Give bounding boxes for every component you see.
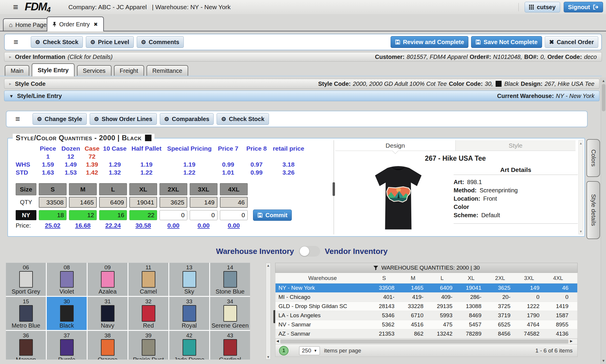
color-swatch-cell[interactable]: 11 Camel	[128, 263, 168, 296]
commit-button[interactable]: Commit	[253, 210, 292, 221]
chevron-down-icon: ▼	[314, 349, 317, 353]
close-tab-icon[interactable]: ✖	[94, 21, 98, 28]
order-qty-input[interactable]	[190, 210, 217, 220]
warehouse-row[interactable]: NV - Sanmar 5362 4516 475 5457 6525 4764…	[275, 320, 577, 329]
color-swatch-cell[interactable]: 31 Navy	[88, 297, 128, 330]
available-qty-field[interactable]	[220, 197, 248, 208]
color-swatch-cell[interactable]: 08 Violet	[47, 263, 87, 296]
color-swatch-cell[interactable]: 43 Cardinal	[210, 331, 250, 360]
scroll-down-icon[interactable]: ▼	[266, 355, 270, 359]
color-swatch-cell[interactable]: 36 Maroon	[6, 331, 46, 360]
color-swatch-cell[interactable]: 13 Sky	[169, 263, 209, 296]
design-panel-scrollbar[interactable]: ▲ ▼	[578, 140, 583, 234]
comparables-button[interactable]: ⚙Comparables	[160, 113, 214, 125]
show-order-lines-button[interactable]: ⚙Show Order Lines	[90, 113, 157, 125]
line-price-link[interactable]: 22.24	[105, 222, 121, 229]
color-swatch-cell[interactable]: 15 Metro Blue	[6, 297, 46, 330]
pane-resize-handle[interactable]	[333, 182, 335, 196]
review-and-complete-button[interactable]: Review and Complete	[391, 36, 469, 48]
warehouse-row[interactable]: AZ - Sanmar 21353 862 13242 78289 8456 7…	[275, 329, 577, 339]
page-size-select[interactable]: 250 ▼	[299, 346, 320, 355]
tab-home-page[interactable]: ⌂ Home Page	[3, 18, 52, 31]
color-chip	[101, 271, 115, 288]
toolbar-menu-icon[interactable]: ≡	[14, 38, 18, 47]
scroll-up-icon[interactable]: ▲	[579, 141, 583, 145]
line-price-link[interactable]: 0.00	[198, 222, 210, 229]
color-swatch-cell[interactable]: 39 Prairie Dust	[128, 331, 168, 360]
check-stock-button[interactable]: ⚙Check Stock	[31, 36, 83, 48]
color-swatch-cell[interactable]: 33 Royal	[169, 297, 209, 330]
price-level-button[interactable]: ⚙Price Level	[86, 36, 134, 48]
user-button[interactable]: cutsey	[525, 2, 560, 12]
size-column-header: 3XL	[190, 183, 217, 195]
available-qty-field[interactable]	[190, 197, 217, 208]
color-grid-scrollbar[interactable]: ▲ ▼	[266, 263, 271, 360]
line-price-link[interactable]: 30.58	[136, 222, 151, 229]
toggle-knob[interactable]	[300, 247, 309, 256]
entry-tab[interactable]: Remittance	[146, 65, 188, 76]
color-swatch-cell[interactable]: 37 Purple	[47, 331, 87, 360]
order-qty-input[interactable]	[159, 210, 187, 220]
color-swatch-cell[interactable]: 06 Sport Grey	[6, 263, 46, 296]
warehouse-row[interactable]: NY - New York 33508 1465 6409 19041 3625…	[275, 284, 577, 293]
scroll-right-icon[interactable]: ▶	[570, 339, 573, 343]
entry-tab[interactable]: Services	[77, 65, 112, 76]
menu-icon[interactable]: ≡	[13, 3, 18, 12]
size-column-header: L	[99, 183, 127, 195]
color-swatch-cell[interactable]: 38 Orange	[88, 331, 128, 360]
entry-tab[interactable]: Style Entry	[32, 63, 74, 76]
signout-button[interactable]: Signout	[564, 2, 603, 12]
order-qty-input[interactable]	[220, 210, 248, 220]
order-qty-input[interactable]	[129, 210, 157, 220]
scrollbar-thumb[interactable]	[602, 84, 605, 111]
page-scrollbar[interactable]: ▲ ▼	[601, 78, 606, 364]
available-qty-field[interactable]	[99, 197, 127, 208]
scrollbar-thumb[interactable]	[280, 339, 568, 344]
save-not-complete-button[interactable]: Save Not Complete	[471, 36, 542, 48]
color-swatch-cell[interactable]: 14 Stone Blue	[210, 263, 250, 296]
warehouse-row[interactable]: GLD - Drop Ship Gildan SC 28143 33228 29…	[275, 302, 577, 311]
scroll-down-icon[interactable]: ▼	[579, 230, 583, 233]
order-qty-input[interactable]	[99, 210, 127, 220]
line-price-link[interactable]: 25.02	[45, 222, 61, 229]
check-stock-line-button[interactable]: ⚙Check Stock	[217, 113, 269, 125]
line-price-link[interactable]: 0.00	[228, 222, 240, 229]
color-swatch-cell[interactable]: 30 Black	[47, 297, 87, 330]
line-price-link[interactable]: 0.00	[167, 222, 180, 229]
side-tab-colors[interactable]: Colors	[586, 139, 600, 177]
warehouse-hscrollbar[interactable]: ◀ ▶	[275, 339, 578, 344]
available-qty-field[interactable]	[69, 197, 97, 208]
color-swatch-cell[interactable]: 32 Red	[128, 297, 168, 330]
tab-design[interactable]: Design	[335, 140, 455, 151]
cancel-order-button[interactable]: ✖ Cancel Order	[545, 36, 598, 48]
color-swatch-cell[interactable]: 09 Azalea	[88, 263, 128, 296]
order-qty-input[interactable]	[69, 210, 97, 220]
entry-tab[interactable]: Main	[5, 65, 29, 76]
style-line-entry-bar[interactable]: ▼ Style/Line Entry Current Warehouse: NY…	[4, 91, 599, 101]
order-information-bar[interactable]: ▸ Order Information (Click for Details) …	[4, 52, 602, 62]
line-price-link[interactable]: 16.68	[75, 222, 91, 229]
warehouse-row[interactable]: MI - Chicago 401- 419- 409- 286- 20- 0 0	[275, 293, 577, 302]
color-swatch-cell[interactable]: 42 Jade Dome	[169, 331, 209, 360]
entry-tab[interactable]: Freight	[114, 65, 144, 76]
warehouse-row[interactable]: LA - Los Angeles 5346 6710 5993 8469 371…	[275, 311, 577, 320]
page-number-badge[interactable]: 1	[279, 346, 289, 355]
order-qty-input[interactable]	[39, 210, 67, 220]
available-qty-field[interactable]	[129, 197, 157, 208]
scroll-down-icon[interactable]: ▼	[601, 359, 606, 363]
side-tab-style-details[interactable]: Style details	[586, 181, 600, 239]
inventory-toggle-switch[interactable]	[299, 246, 320, 257]
price-column-header: Half Pallet	[128, 145, 165, 152]
comments-button[interactable]: ⚙Comments	[137, 36, 184, 48]
line-toolbar-menu-icon[interactable]: ≡	[15, 115, 20, 124]
style-code-bar[interactable]: ▸ Style Code Style Code:2000, 2000 GD Ad…	[4, 79, 599, 89]
color-swatch-cell[interactable]: 34 Serene Green	[210, 297, 250, 330]
available-qty-field[interactable]	[39, 197, 67, 208]
change-style-button[interactable]: ⚙Change Style	[33, 113, 87, 125]
tab-order-entry[interactable]: Order Entry ✖	[47, 17, 104, 31]
scroll-left-icon[interactable]: ◀	[276, 339, 279, 343]
tab-style[interactable]: Style	[455, 140, 576, 151]
scroll-up-icon[interactable]: ▲	[266, 264, 270, 267]
available-qty-field[interactable]	[159, 197, 187, 208]
scroll-up-icon[interactable]: ▲	[601, 79, 606, 83]
